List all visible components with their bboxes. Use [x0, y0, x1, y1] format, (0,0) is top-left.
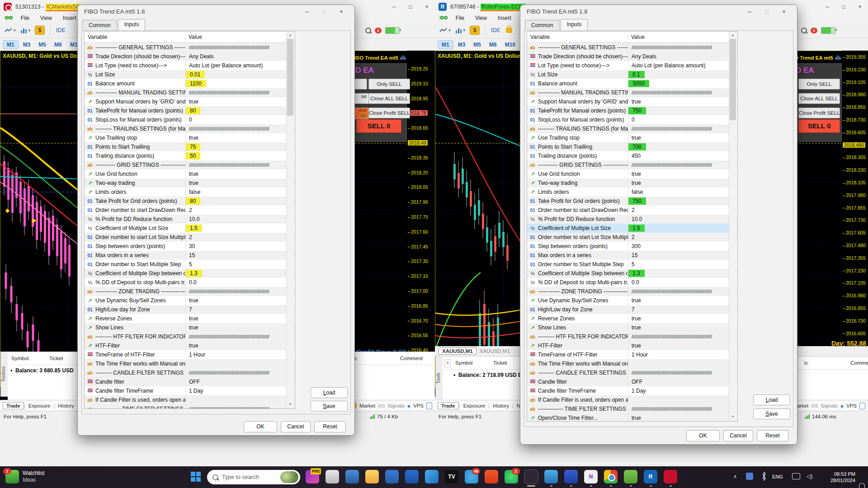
autotrading-dollar-icon[interactable]: $	[35, 26, 45, 35]
toolbox-close-button[interactable]: x	[444, 359, 451, 367]
market-bag-icon[interactable]	[506, 28, 512, 33]
param-value[interactable]: 80	[186, 197, 295, 206]
col-value[interactable]: Value	[185, 34, 202, 40]
table-row[interactable]: ab------------ GENERAL SETTINGS --------…	[527, 43, 737, 52]
param-value[interactable]: false	[186, 188, 295, 197]
scrollbar[interactable]: ▲▼	[286, 32, 294, 408]
scrollbar[interactable]: ▲▼	[729, 32, 737, 420]
param-value[interactable]: 0.0	[186, 278, 295, 287]
table-row[interactable]: ↗Use Grid functiontrue	[527, 169, 737, 178]
table-row[interactable]: ab--------- CANDLE FILTER SETTINGS ----.…	[527, 368, 737, 377]
signals-tab[interactable]: Signals	[387, 403, 405, 408]
minimize-icon[interactable]: ─	[298, 5, 316, 19]
param-value[interactable]: true	[628, 169, 737, 178]
ide-button[interactable]: IDE	[56, 27, 66, 33]
bar-chart-icon[interactable]: ▾	[455, 28, 466, 33]
param-value[interactable]: OFF	[628, 377, 737, 386]
tab-inputs[interactable]: Inputs	[118, 19, 146, 30]
param-value[interactable]: Any Deals	[186, 52, 295, 61]
toolbox-tab-history[interactable]: History	[490, 403, 512, 409]
table-row[interactable]: Candle filterOFF	[527, 377, 737, 386]
toolbox-tab-trade[interactable]: Trade	[3, 402, 24, 409]
param-value[interactable]: true	[186, 296, 295, 305]
menu-item-view[interactable]: View	[35, 15, 57, 21]
menu-item-insert[interactable]: Insert	[492, 15, 517, 21]
table-row[interactable]: ↗Support Manual orders by 'GRID' and '..…	[527, 97, 737, 106]
table-row[interactable]: Candle filter TimeFrame1 Day	[85, 386, 295, 395]
close-icon[interactable]: ×	[333, 5, 350, 19]
param-value[interactable]: ////////////////////////////////////////…	[186, 368, 295, 377]
line-chart-icon[interactable]: ▾	[439, 28, 451, 33]
ea-button-close-profit-sell[interactable]: Close Profit SELL	[368, 108, 410, 118]
table-row[interactable]: 01StopLoss for Manual orders (points)0	[85, 115, 295, 124]
table-row[interactable]: 01Step between orders (points)300	[527, 242, 737, 251]
table-row[interactable]: ½Lot Size0.01	[85, 70, 295, 79]
param-value[interactable]: 0	[628, 115, 737, 124]
search-icon[interactable]	[801, 28, 807, 33]
param-value[interactable]: 7	[186, 305, 295, 314]
param-value[interactable]: OFF	[186, 377, 295, 386]
param-value[interactable]: 80	[186, 106, 295, 115]
param-value[interactable]: 0.1	[628, 70, 737, 79]
param-value[interactable]: ////////////////////////////////////////…	[186, 404, 295, 409]
minimize-icon[interactable]: ─	[819, 0, 835, 13]
search-input[interactable]: Type to search	[207, 470, 300, 484]
param-value[interactable]: 2	[186, 206, 295, 215]
table-row[interactable]: ab----------- GRID SETTINGS ------------…	[85, 160, 295, 169]
save-button[interactable]: Save	[753, 408, 790, 419]
file-explorer-icon[interactable]	[365, 470, 379, 483]
ide-button[interactable]: IDE	[491, 27, 500, 33]
save-button[interactable]: Save	[311, 401, 348, 412]
timeframe-m6[interactable]: M6	[51, 41, 66, 49]
param-value[interactable]: 750	[628, 106, 737, 115]
col-variable[interactable]: Variable	[85, 34, 185, 40]
table-row[interactable]: ↗Use Grid functiontrue	[85, 169, 295, 178]
cast-icon[interactable]	[792, 473, 800, 479]
param-value[interactable]: 2	[186, 233, 295, 242]
param-value[interactable]	[186, 395, 295, 404]
table-row[interactable]: ab--------- CANDLE FILTER SETTINGS ----.…	[85, 368, 295, 377]
toolbox-col-symbol[interactable]: Symbol	[455, 360, 472, 366]
table-row[interactable]: ab-------------- TIME FILTER SETTINGS ..…	[85, 404, 295, 409]
table-row[interactable]: ↗Use Trailling stoptrue	[527, 133, 737, 142]
toolbox-col-ticket[interactable]: Ticket	[493, 360, 507, 366]
table-row[interactable]: abThe Time Filter works with Manual ord.…	[527, 359, 737, 368]
tradingview-icon[interactable]: TV	[445, 470, 458, 483]
param-value[interactable]: 3000	[628, 79, 737, 88]
notification-bell-icon[interactable]	[859, 483, 865, 488]
table-row[interactable]: Lot Type (need to choose)--->Auto Lot (p…	[527, 61, 737, 70]
table-row[interactable]: ↗Show Linestrue	[527, 323, 737, 332]
param-value[interactable]: 300	[628, 242, 737, 251]
mail-icon[interactable]	[425, 470, 439, 483]
market-tab[interactable]: Market	[359, 403, 375, 408]
table-row[interactable]: ↗Use Trailling stoptrue	[85, 133, 295, 142]
table-row[interactable]: TimeFrame of HTF-Filter1 Hour	[85, 350, 295, 359]
tab-common[interactable]: Common	[82, 20, 117, 31]
table-row[interactable]: ↗Reverse Zonestrue	[85, 314, 295, 323]
tray-chevron-icon[interactable]: ∧	[733, 474, 737, 479]
sage-icon[interactable]	[624, 470, 637, 483]
table-row[interactable]: 01TakeProfit for Manual orders (points)7…	[527, 106, 737, 115]
telegram-icon[interactable]: 49	[465, 470, 478, 483]
table-row[interactable]: ↗Use Dynamic Buy/Sell Zonestrue	[527, 296, 737, 305]
timeframe-m1[interactable]: M1	[3, 40, 19, 49]
table-row[interactable]: ab------------ ZONE TRADING ------------…	[527, 287, 737, 296]
metatrader-roboforex-icon[interactable]: R	[644, 470, 657, 483]
param-value[interactable]: ////////////////////////////////////////…	[628, 332, 737, 341]
param-value[interactable]: 1 Day	[186, 386, 295, 395]
minimize-icon[interactable]: ─	[386, 0, 402, 13]
metatrader-icmarkets-icon[interactable]	[664, 470, 677, 483]
app-bars-icon[interactable]	[544, 470, 558, 483]
param-value[interactable]: 1100	[186, 79, 295, 88]
param-value[interactable]: 5	[186, 260, 295, 269]
param-value[interactable]: true	[186, 341, 295, 350]
clock[interactable]: 08:53 PM28/01/2024	[819, 471, 855, 483]
table-row[interactable]: 01Points to Start Trailling75	[85, 142, 295, 151]
adobe-express-icon[interactable]: PRE	[306, 470, 319, 483]
table-row[interactable]: ↗Limits ordersfalse	[85, 188, 295, 197]
param-value[interactable]: true	[186, 133, 295, 142]
table-row[interactable]: 01Balance amount1100	[85, 79, 295, 88]
timeframe-m5[interactable]: M5	[35, 41, 50, 49]
line-chart-icon[interactable]: ▾	[5, 28, 16, 33]
param-value[interactable]: ////////////////////////////////////////…	[628, 160, 737, 169]
